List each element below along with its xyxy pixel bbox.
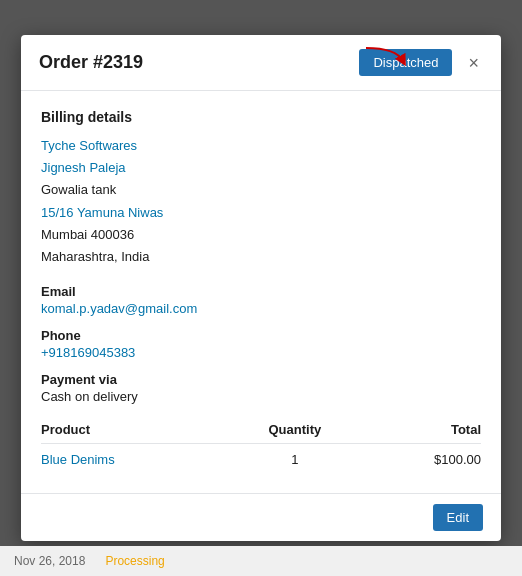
product-total-cell: $100.00 xyxy=(362,443,481,475)
payment-value: Cash on delivery xyxy=(41,389,481,404)
product-qty-cell: 1 xyxy=(228,443,362,475)
bottom-status: Processing xyxy=(105,554,164,568)
modal-header: Order #2319 Dispatched × xyxy=(21,35,501,91)
payment-label: Payment via xyxy=(41,372,481,387)
email-group: Email komal.p.yadav@gmail.com xyxy=(41,284,481,316)
email-label: Email xyxy=(41,284,481,299)
billing-address1: Gowalia tank xyxy=(41,179,481,201)
modal-overlay: Order #2319 Dispatched × Billing details… xyxy=(0,0,522,576)
billing-address2: 15/16 Yamuna Niwas xyxy=(41,202,481,224)
col-product: Product xyxy=(41,416,228,444)
billing-info: Tyche Softwares Jignesh Paleja Gowalia t… xyxy=(41,135,481,268)
phone-value[interactable]: +918169045383 xyxy=(41,345,481,360)
email-value[interactable]: komal.p.yadav@gmail.com xyxy=(41,301,481,316)
product-table: Product Quantity Total Blue Denims1$100.… xyxy=(41,416,481,475)
phone-label: Phone xyxy=(41,328,481,343)
close-button[interactable]: × xyxy=(464,52,483,74)
bottom-date: Nov 26, 2018 xyxy=(14,554,85,568)
bottom-bar: Nov 26, 2018 Processing xyxy=(0,546,522,576)
arrow-indicator xyxy=(361,43,411,76)
billing-city-zip: Mumbai 400036 xyxy=(41,224,481,246)
order-modal: Order #2319 Dispatched × Billing details… xyxy=(21,35,501,541)
edit-button[interactable]: Edit xyxy=(433,504,483,531)
billing-company: Tyche Softwares xyxy=(41,135,481,157)
billing-country: Maharashtra, India xyxy=(41,246,481,268)
phone-group: Phone +918169045383 xyxy=(41,328,481,360)
modal-body: Billing details Tyche Softwares Jignesh … xyxy=(21,91,501,493)
modal-title: Order #2319 xyxy=(39,52,143,73)
col-total: Total xyxy=(362,416,481,444)
modal-footer: Edit xyxy=(21,493,501,541)
product-name-cell: Blue Denims xyxy=(41,443,228,475)
table-row: Blue Denims1$100.00 xyxy=(41,443,481,475)
billing-name: Jignesh Paleja xyxy=(41,157,481,179)
table-header-row: Product Quantity Total xyxy=(41,416,481,444)
billing-section-title: Billing details xyxy=(41,109,481,125)
payment-group: Payment via Cash on delivery xyxy=(41,372,481,404)
col-quantity: Quantity xyxy=(228,416,362,444)
